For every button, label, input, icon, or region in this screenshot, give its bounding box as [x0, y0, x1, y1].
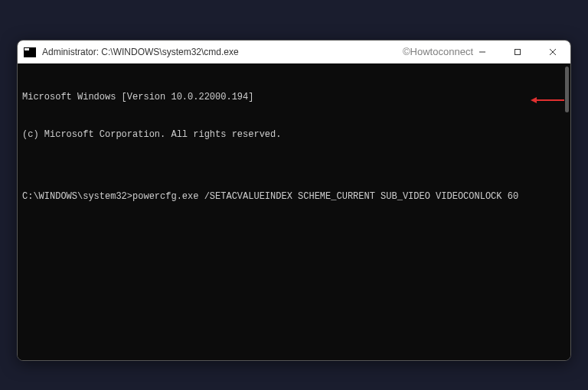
version-line: Microsoft Windows [Version 10.0.22000.19…: [22, 91, 566, 103]
minimize-button[interactable]: [465, 41, 500, 63]
close-icon: [549, 48, 557, 56]
red-arrow-annotation: [531, 97, 564, 103]
window-title: Administrator: C:\WINDOWS\system32\cmd.e…: [42, 47, 465, 57]
svg-rect-1: [515, 50, 521, 55]
command-text: powercfg.exe /SETACVALUEINDEX SCHEME_CUR…: [132, 191, 518, 202]
prompt-text: C:\WINDOWS\system32>: [22, 191, 132, 202]
cmd-icon: [24, 47, 36, 57]
close-button[interactable]: [535, 41, 570, 63]
arrow-head-icon: [531, 97, 537, 103]
vertical-scrollbar[interactable]: [565, 67, 569, 112]
copyright-line: (c) Microsoft Corporation. All rights re…: [22, 128, 566, 141]
window-titlebar[interactable]: Administrator: C:\WINDOWS\system32\cmd.e…: [18, 41, 570, 63]
terminal-content[interactable]: Microsoft Windows [Version 10.0.22000.19…: [18, 63, 570, 360]
arrow-line-icon: [537, 99, 564, 101]
minimize-icon: [479, 48, 486, 56]
command-line: C:\WINDOWS\system32>powercfg.exe /SETACV…: [22, 190, 566, 203]
cmd-window: Administrator: C:\WINDOWS\system32\cmd.e…: [17, 40, 571, 361]
maximize-button[interactable]: [500, 41, 535, 63]
window-controls: [465, 41, 570, 63]
maximize-icon: [514, 48, 521, 56]
